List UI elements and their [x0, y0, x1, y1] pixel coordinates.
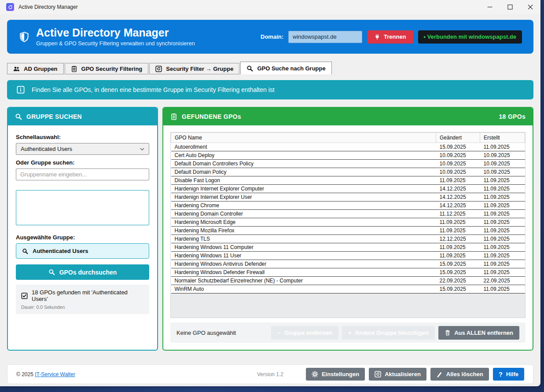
gpo-action-bar: Keine GPO ausgewählt − Gruppe entfernen … [170, 322, 526, 343]
add-other-group-label: Andere Gruppe hinzufügen [355, 330, 429, 336]
app-header: Active Directory Manager Gruppen & GPO S… [7, 20, 533, 54]
copyright-text: © 2025 IT-Service Walter [16, 371, 75, 377]
created-cell: 11.09.2025 [480, 235, 525, 243]
created-cell: 22.09.2025 [480, 277, 525, 285]
quick-select-dropdown[interactable]: Authenticated Users [16, 143, 149, 155]
disconnect-button[interactable]: Trennen [367, 30, 413, 44]
remove-from-all-button[interactable]: Aus ALLEN entfernen [438, 326, 519, 340]
group-search-input[interactable] [16, 169, 149, 180]
clear-all-button[interactable]: Alles löschen [430, 368, 489, 381]
help-button[interactable]: ? Hilfe [493, 368, 524, 381]
gpo-name-cell: Hardenign Internet Explorer Computer [171, 185, 436, 193]
gpo-name-cell: Hardening Microsoft Edge [171, 218, 436, 227]
table-row[interactable]: WinRM Auto15.09.202511.09.2025 [171, 285, 525, 293]
remove-from-all-label: Aus ALLEN entfernen [454, 330, 513, 336]
info-banner-text: Finden Sie alle GPOs, in denen eine best… [32, 86, 275, 93]
created-cell: 11.09.2025 [480, 260, 525, 268]
remove-group-button[interactable]: − Gruppe entfernen [271, 326, 338, 340]
page-title: Active Directory Manager [36, 27, 195, 39]
gpo-table-empty-area [170, 294, 526, 318]
modified-cell: 14.12.2025 [436, 185, 480, 193]
gpo-table-body: Autoerollment15.09.202511.09.2025Cert Au… [171, 143, 525, 293]
created-cell: 11.09.2025 [480, 268, 525, 277]
search-gpos-button-label: GPOs durchsuchen [59, 269, 117, 276]
minimize-button[interactable] [480, 0, 500, 14]
table-row[interactable]: Hardening Mozilla Firefox11.09.202511.09… [171, 227, 525, 235]
modified-cell: 14.12.2025 [436, 201, 480, 210]
table-row[interactable]: Disable Fast Logon11.09.202511.09.2025 [171, 176, 525, 185]
trash-icon [445, 330, 451, 336]
copyright-link[interactable]: IT-Service Walter [35, 371, 75, 377]
search-icon [15, 113, 22, 120]
gpo-name-cell: Disable Fast Logon [171, 176, 436, 185]
gpo-name-cell: Hardenign Internet Explorer User [171, 193, 436, 201]
selection-status-text: Keine GPO ausgewählt [176, 330, 236, 336]
close-button[interactable] [520, 0, 540, 14]
refresh-button[interactable]: Aktualisieren [369, 368, 426, 381]
modified-cell: 15.09.2025 [436, 260, 480, 268]
table-row[interactable]: Hardening Windows Defender Firewall15.09… [171, 268, 525, 277]
column-header-gpo-name[interactable]: GPO Name [171, 133, 436, 143]
table-row[interactable]: Hardening Windows 11 Computer11.09.20251… [171, 243, 525, 252]
connection-status-badge: • Verbunden mit windowspapst.de [418, 30, 522, 44]
column-header-modified[interactable]: Geändert [436, 133, 480, 143]
pencil-icon [436, 371, 443, 377]
tab-ad-gruppen[interactable]: AD Gruppen [7, 63, 64, 74]
gpo-name-cell: Hardening Windows 11 Computer [171, 243, 436, 252]
search-icon [246, 65, 253, 72]
gpo-name-cell: Hardening Mozilla Firefox [171, 227, 436, 235]
created-cell: 11.09.2025 [480, 218, 525, 227]
gpo-name-cell: Hardening Windows 11 User [171, 252, 436, 260]
minimize-icon [487, 4, 493, 10]
table-row[interactable]: Normaler Schutzbedarf Einzelrechner (NE)… [171, 277, 525, 285]
tab-gpo-suche-nach-gruppe[interactable]: GPO Suche nach Gruppe [240, 62, 331, 74]
gpo-name-cell: Hardening Windows Defender Firewall [171, 268, 436, 277]
table-row[interactable]: Hardening Chrome14.12.202511.09.2025 [171, 201, 525, 210]
modified-cell: 10.09.2025 [436, 160, 480, 168]
created-cell: 11.09.2025 [480, 176, 525, 185]
tab-security-filter-gruppe[interactable]: Security Filter → Gruppe [149, 63, 239, 74]
app-window: Active Directory Manager Active Director… [0, 0, 540, 386]
selected-group-value: Authenticated Users [33, 248, 88, 254]
table-row[interactable]: Hardenign Internet Explorer Computer14.1… [171, 185, 525, 193]
column-header-created[interactable]: Erstellt [480, 133, 525, 143]
table-row[interactable]: Hardening Microsoft Edge11.09.202511.09.… [171, 218, 525, 227]
tab-gpo-security-filtering[interactable]: GPO Security Filtering [65, 63, 149, 74]
group-results-listbox[interactable] [16, 190, 149, 225]
group-search-label: Oder Gruppe suchen: [16, 159, 149, 166]
table-row[interactable]: Hardenign Internet Explorer User14.12.20… [171, 193, 525, 201]
modified-cell: 15.09.2025 [436, 285, 480, 293]
tab-label: GPO Suche nach Gruppe [257, 65, 325, 72]
tab-bar: AD Gruppen GPO Security Filtering Securi… [7, 62, 533, 74]
plus-icon: + [348, 330, 352, 336]
disconnect-label: Trennen [384, 33, 406, 40]
table-row[interactable]: Default Domain Policy10.09.202510.09.202… [171, 168, 525, 176]
settings-button[interactable]: Einstellungen [306, 368, 365, 381]
copyright-prefix: © 2025 [16, 371, 35, 377]
clipboard-icon [71, 66, 77, 72]
search-gpos-button[interactable]: GPOs durchsuchen [16, 264, 149, 280]
table-row[interactable]: Hardening TLS12.12.202511.09.2025 [171, 235, 525, 243]
table-row[interactable]: Hardening Windows 11 User11.09.202511.09… [171, 252, 525, 260]
domain-input[interactable] [288, 31, 362, 43]
table-row[interactable]: Hardening Windows Antivirus Defender15.0… [171, 260, 525, 268]
version-label: Version 1.2 [257, 371, 283, 377]
gpo-name-cell: Default Domain Policy [171, 168, 436, 176]
gpo-name-cell: Cert Auto Deploy [171, 151, 436, 160]
created-cell: 11.09.2025 [480, 193, 525, 201]
maximize-button[interactable] [500, 0, 520, 14]
quick-select-value: Authenticated Users [21, 146, 72, 152]
window-title: Active Directory Manager [18, 4, 78, 10]
created-cell: 10.09.2025 [480, 168, 525, 176]
table-row[interactable]: Hardening Domain Controller11.12.202511.… [171, 210, 525, 218]
table-row[interactable]: Cert Auto Deploy10.09.202510.09.2025 [171, 151, 525, 160]
modified-cell: 10.09.2025 [436, 151, 480, 160]
created-cell: 11.09.2025 [480, 252, 525, 260]
table-row[interactable]: Autoerollment15.09.202511.09.2025 [171, 143, 525, 151]
created-cell: 11.09.2025 [480, 285, 525, 293]
table-row[interactable]: Default Domain Controllers Policy10.09.2… [171, 160, 525, 168]
app-icon [6, 3, 14, 11]
created-cell: 10.09.2025 [480, 160, 525, 168]
refresh-label: Aktualisieren [385, 371, 421, 377]
add-other-group-button[interactable]: + Andere Gruppe hinzufügen [342, 326, 435, 340]
